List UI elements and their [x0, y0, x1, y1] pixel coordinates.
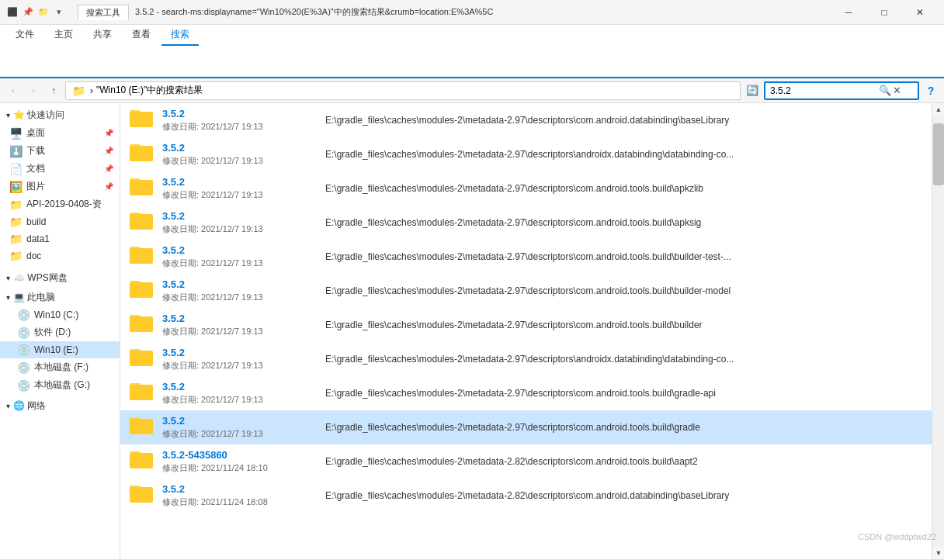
pc-chevron: ▾: [6, 293, 10, 302]
sidebar: ▾ ⭐ 快速访问 🖥️ 桌面 📌 ⬇️ 下载 📌 📄 文档 📌 🖼️ 图片 📌 …: [0, 103, 120, 559]
sidebar-item-data1[interactable]: 📁 data1: [0, 230, 120, 247]
folder-icon[interactable]: 📁: [37, 6, 50, 19]
scrollbar-up-arrow[interactable]: ▲: [932, 103, 944, 116]
file-path: E:\gradle_files\caches\modules-2\metadat…: [325, 490, 935, 501]
search-box: 🔍 ✕: [764, 81, 919, 100]
sidebar-item-build[interactable]: 📁 build: [0, 213, 120, 230]
sidebar-item-f[interactable]: 💿 本地磁盘 (F:): [0, 358, 120, 376]
svg-rect-35: [130, 487, 153, 503]
address-path: "Win10 (E:)"中的搜索结果: [96, 84, 203, 97]
file-info: 3.5.2-5435860修改日期: 2021/11/24 18:10: [162, 449, 318, 474]
pin-documents-icon: 📌: [104, 164, 113, 173]
quick-access-header[interactable]: ▾ ⭐ 快速访问: [0, 106, 120, 124]
ribbon: 文件 主页 共享 查看 搜索: [0, 25, 944, 78]
file-item-9[interactable]: 3.5.2修改日期: 2021/12/7 19:13E:\gradle_file…: [120, 410, 944, 444]
scrollbar-down-arrow[interactable]: ▼: [932, 547, 944, 559]
file-folder-icon: [130, 175, 154, 202]
pc-header[interactable]: ▾ 💻 此电脑: [0, 289, 120, 306]
sidebar-item-documents[interactable]: 📄 文档 📌: [0, 160, 120, 178]
file-item-8[interactable]: 3.5.2修改日期: 2021/12/7 19:13E:\gradle_file…: [120, 376, 944, 410]
sidebar-label-e: Win10 (E:): [34, 344, 78, 355]
file-path: E:\gradle_files\caches\modules-2\metadat…: [325, 251, 935, 262]
search-clear-button[interactable]: ✕: [893, 85, 901, 96]
path-icon: 📁: [72, 85, 85, 97]
file-path: E:\gradle_files\caches\modules-2\metadat…: [325, 422, 935, 433]
file-info: 3.5.2修改日期: 2021/12/7 19:13: [162, 176, 318, 201]
pin-pictures-icon: 📌: [104, 182, 113, 191]
file-path: E:\gradle_files\caches\modules-2\metadat…: [325, 183, 935, 194]
file-item-10[interactable]: 3.5.2-5435860修改日期: 2021/11/24 18:10E:\gr…: [120, 444, 944, 479]
forward-button[interactable]: ›: [25, 82, 42, 99]
ribbon-content: [0, 46, 944, 77]
help-button[interactable]: ?: [922, 82, 939, 99]
file-item-2[interactable]: 3.5.2修改日期: 2021/12/7 19:13E:\gradle_file…: [120, 171, 944, 206]
file-item-4[interactable]: 3.5.2修改日期: 2021/12/7 19:13E:\gradle_file…: [120, 240, 944, 274]
file-list: 3.5.2修改日期: 2021/12/7 19:13E:\gradle_file…: [120, 103, 944, 513]
scrollbar-thumb[interactable]: [933, 123, 944, 185]
file-date: 修改日期: 2021/12/7 19:13: [162, 121, 318, 133]
file-date: 修改日期: 2021/12/7 19:13: [162, 428, 318, 440]
file-item-3[interactable]: 3.5.2修改日期: 2021/12/7 19:13E:\gradle_file…: [120, 206, 944, 240]
file-folder-icon: [130, 278, 154, 305]
close-button[interactable]: ✕: [902, 0, 938, 25]
dropdown-icon[interactable]: ▾: [53, 6, 65, 19]
maximize-button[interactable]: □: [866, 0, 902, 25]
file-path: E:\gradle_files\caches\modules-2\metadat…: [325, 456, 935, 467]
file-date: 修改日期: 2021/11/24 18:10: [162, 462, 318, 474]
search-icon: 🔍: [879, 85, 891, 96]
svg-rect-8: [130, 180, 153, 195]
file-item-5[interactable]: 3.5.2修改日期: 2021/12/7 19:13E:\gradle_file…: [120, 274, 944, 308]
file-info: 3.5.2修改日期: 2021/12/7 19:13: [162, 244, 318, 269]
tab-file[interactable]: 文件: [6, 25, 43, 46]
quick-access-chevron: ▾: [6, 111, 10, 119]
file-area: 3.5.2修改日期: 2021/12/7 19:13E:\gradle_file…: [120, 103, 944, 559]
file-name: 3.5.2: [162, 347, 318, 358]
drive-f-icon: 💿: [17, 361, 30, 374]
file-item-0[interactable]: 3.5.2修改日期: 2021/12/7 19:13E:\gradle_file…: [120, 103, 944, 137]
file-name: 3.5.2: [162, 210, 318, 222]
svg-rect-20: [130, 316, 153, 332]
network-chevron: ▾: [6, 402, 10, 410]
address-bar[interactable]: 📁 › "Win10 (E:)"中的搜索结果: [65, 81, 741, 100]
scrollbar-track[interactable]: ▲ ▼: [932, 103, 944, 559]
file-folder-icon: [130, 209, 154, 237]
downloads-icon: ⬇️: [9, 145, 23, 157]
file-folder-icon: [130, 414, 154, 441]
network-header[interactable]: ▾ 🌐 网络: [0, 397, 120, 415]
file-path: E:\gradle_files\caches\modules-2\metadat…: [325, 354, 935, 365]
sidebar-item-api[interactable]: 📁 API-2019-0408-资: [0, 195, 120, 213]
tab-share[interactable]: 共享: [84, 25, 121, 46]
sidebar-label-desktop: 桌面: [26, 126, 45, 140]
file-path: E:\gradle_files\caches\modules-2\metadat…: [325, 320, 935, 330]
sidebar-item-pictures[interactable]: 🖼️ 图片 📌: [0, 178, 120, 195]
search-tools-tab[interactable]: 搜索工具: [78, 5, 129, 20]
file-date: 修改日期: 2021/12/7 19:13: [162, 394, 318, 406]
file-name: 3.5.2: [162, 108, 318, 119]
sidebar-item-c[interactable]: 💿 Win10 (C:): [0, 306, 120, 323]
up-button[interactable]: ↑: [45, 82, 62, 99]
sidebar-item-desktop[interactable]: 🖥️ 桌面 📌: [0, 124, 120, 142]
sidebar-item-g[interactable]: 💿 本地磁盘 (G:): [0, 376, 120, 394]
tab-home[interactable]: 主页: [45, 25, 82, 46]
refresh-button[interactable]: 🔄: [744, 82, 761, 99]
file-name: 3.5.2: [162, 176, 318, 188]
network-label: 🌐 网络: [13, 399, 46, 413]
minimize-button[interactable]: ─: [831, 0, 866, 25]
file-item-1[interactable]: 3.5.2修改日期: 2021/12/7 19:13E:\gradle_file…: [120, 137, 944, 171]
sidebar-item-doc[interactable]: 📁 doc: [0, 247, 120, 264]
tab-search[interactable]: 搜索: [161, 25, 199, 46]
quick-access-icon[interactable]: ⬛: [6, 6, 19, 19]
file-item-6[interactable]: 3.5.2修改日期: 2021/12/7 19:13E:\gradle_file…: [120, 308, 944, 342]
search-input[interactable]: [770, 85, 879, 96]
svg-rect-23: [130, 351, 153, 366]
sidebar-item-e[interactable]: 💿 Win10 (E:): [0, 341, 120, 358]
back-button[interactable]: ‹: [5, 82, 22, 99]
file-item-7[interactable]: 3.5.2修改日期: 2021/12/7 19:13E:\gradle_file…: [120, 342, 944, 376]
file-item-11[interactable]: 3.5.2修改日期: 2021/11/24 18:08E:\gradle_fil…: [120, 479, 944, 513]
wps-header[interactable]: ▾ ☁️ WPS网盘: [0, 269, 120, 287]
sidebar-item-downloads[interactable]: ⬇️ 下载 📌: [0, 142, 120, 160]
address-text: ›: [90, 85, 93, 96]
pin-icon[interactable]: 📌: [22, 6, 34, 19]
sidebar-item-d[interactable]: 💿 软件 (D:): [0, 323, 120, 341]
tab-view[interactable]: 查看: [123, 25, 160, 46]
